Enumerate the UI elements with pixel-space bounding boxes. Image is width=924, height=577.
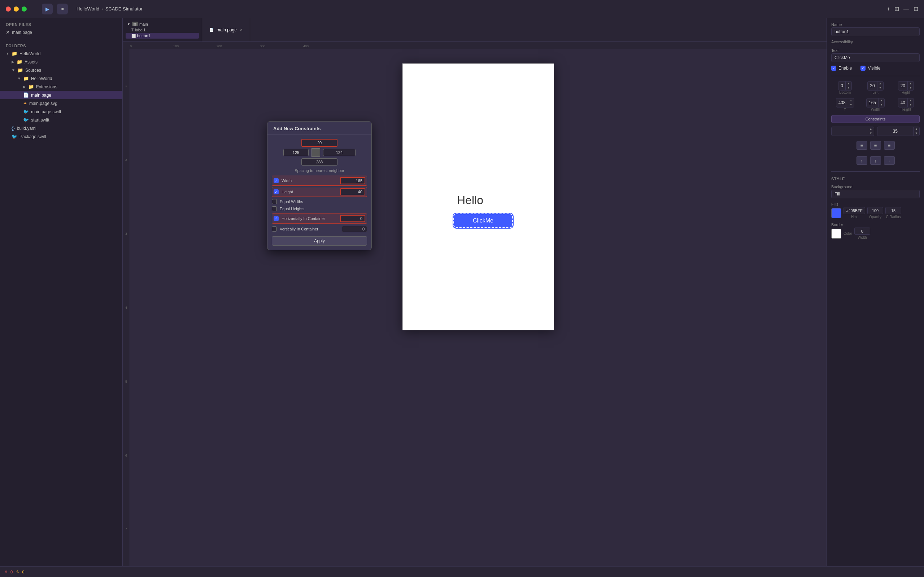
tree-label1-node[interactable]: T label1 — [126, 27, 199, 33]
helloworld-inner-label: HelloWorld — [31, 76, 52, 81]
fill-cradius-group: C.Radius — [885, 207, 901, 219]
enable-checkbox[interactable] — [831, 66, 836, 71]
equal-heights-checkbox[interactable] — [272, 206, 277, 211]
width-stepper[interactable]: ▲ ▼ — [878, 98, 884, 107]
text-input[interactable] — [831, 53, 920, 62]
visible-checkbox[interactable] — [861, 66, 866, 71]
vertically-checkbox[interactable] — [272, 226, 277, 232]
clickme-button[interactable]: ClickMe — [453, 213, 513, 228]
right-stepper[interactable]: ▲ ▼ — [908, 82, 914, 90]
y-decrement[interactable]: ▼ — [848, 103, 854, 107]
height-decrement[interactable]: ▼ — [908, 103, 914, 107]
width-value: 165 — [867, 99, 878, 107]
bottom-increment[interactable]: ▲ — [846, 82, 851, 86]
y-increment[interactable]: ▲ — [848, 98, 854, 103]
sidebar-item-main-svg[interactable]: ✦ main.page.svg — [0, 99, 122, 108]
ruler-v-700: 7 — [125, 527, 127, 531]
row35-stepper[interactable]: ▲ ▼ — [913, 127, 919, 135]
fill-select[interactable]: Fill — [831, 190, 920, 198]
name-input[interactable] — [831, 27, 920, 36]
fill-hex-input[interactable] — [843, 207, 865, 214]
align-bottom-button[interactable]: ↓ — [884, 156, 895, 165]
divider-2 — [831, 171, 920, 172]
warning-icon: ⚠ — [16, 569, 19, 574]
canvas-area[interactable]: Hello ClickMe Add New Constraints — [130, 49, 827, 566]
add-icon[interactable]: + — [887, 6, 890, 12]
background-label: Background — [831, 185, 920, 189]
y-stepper[interactable]: ▲ ▼ — [848, 98, 854, 107]
height-input[interactable] — [340, 188, 365, 195]
extra-increment[interactable]: ▲ — [868, 127, 874, 131]
apply-button[interactable]: Apply — [272, 236, 367, 246]
extra-value — [832, 130, 868, 133]
enable-checkbox-row: Enable — [831, 66, 852, 71]
bottom-spacing-input[interactable] — [301, 158, 338, 166]
height-increment[interactable]: ▲ — [908, 98, 914, 103]
align-left-button[interactable]: ≡ — [856, 141, 867, 150]
right-decrement[interactable]: ▼ — [908, 86, 914, 90]
play-button[interactable]: ▶ — [42, 3, 53, 15]
align-right-button[interactable]: ≡ — [884, 141, 895, 150]
sidebar-item-package-swift[interactable]: 🐦 Package.swift — [0, 132, 122, 141]
y-value: 408 — [836, 99, 848, 107]
left-decrement[interactable]: ▼ — [877, 86, 883, 90]
bottom-stepper[interactable]: ▲ ▼ — [845, 82, 851, 90]
extra-stepper[interactable]: ▲ ▼ — [868, 127, 874, 135]
left-stepper[interactable]: ▲ ▼ — [877, 82, 883, 90]
sidebar-item-close-main[interactable]: ✕ main.page — [0, 28, 122, 36]
horizontally-input[interactable] — [340, 215, 365, 222]
vertically-input[interactable] — [342, 226, 367, 232]
maximize-button[interactable]: + — [22, 6, 27, 11]
ruler-v-100: 1 — [125, 84, 127, 88]
sidebar-item-main-page[interactable]: 📄 main.page — [0, 91, 122, 99]
left-spacing-input[interactable] — [283, 149, 309, 156]
right-field: 20 ▲ ▼ Right — [892, 81, 920, 95]
grid-icon[interactable]: ⊟ — [914, 5, 918, 12]
ruler-mark-400: 400 — [303, 44, 309, 48]
tree-main-node[interactable]: ▼ ▦ main — [126, 21, 199, 27]
extra-decrement[interactable]: ▼ — [868, 131, 874, 135]
right-spacing-input[interactable] — [323, 149, 355, 156]
sidebar-item-start-swift[interactable]: 🐦 start.swift — [0, 116, 122, 124]
fill-opacity-group: Opacity — [867, 207, 883, 219]
layout-icon[interactable]: ⊞ — [894, 5, 899, 12]
width-decrement[interactable]: ▼ — [879, 103, 884, 107]
fill-color-swatch[interactable] — [831, 208, 842, 218]
sidebar-item-build-yaml[interactable]: {} build.yaml — [0, 124, 122, 132]
align-middle-button[interactable]: ↕ — [870, 156, 881, 165]
tab-main-page[interactable]: 📄 main.page ✕ — [202, 18, 250, 42]
sidebar-item-helloworld-inner[interactable]: ▼ 📁 HelloWorld — [0, 74, 122, 82]
constraints-button[interactable]: Constraints — [831, 115, 920, 123]
bottom-decrement[interactable]: ▼ — [846, 86, 851, 90]
horizontally-checkbox[interactable] — [274, 216, 279, 221]
height-checkbox[interactable] — [274, 189, 279, 194]
sidebar-item-helloworld[interactable]: ▼ 📁 HelloWorld — [0, 49, 122, 58]
width-input[interactable] — [340, 177, 365, 184]
border-width-input[interactable] — [855, 227, 870, 235]
sidebar-item-sources[interactable]: ▼ 📁 Sources — [0, 66, 122, 74]
sidebar-icon[interactable]: — — [903, 6, 909, 12]
align-top-button[interactable]: ↑ — [856, 156, 867, 165]
width-checkbox[interactable] — [274, 178, 279, 183]
border-color-swatch[interactable] — [831, 229, 842, 239]
sidebar-item-main-swift[interactable]: 🐦 main.page.swift — [0, 108, 122, 116]
sidebar-item-extensions[interactable]: ▶ 📁 Extensions — [0, 82, 122, 91]
fill-cradius-input[interactable] — [885, 207, 901, 214]
tab-close-icon[interactable]: ✕ — [240, 28, 242, 32]
row35-decrement[interactable]: ▼ — [914, 131, 919, 135]
align-center-button[interactable]: ≡ — [870, 141, 881, 150]
close-button[interactable]: ✕ — [6, 6, 11, 11]
left-increment[interactable]: ▲ — [877, 82, 883, 86]
height-stepper[interactable]: ▲ ▼ — [908, 98, 914, 107]
sidebar-item-assets[interactable]: ▶ 📁 Assets — [0, 58, 122, 66]
row35-increment[interactable]: ▲ — [914, 127, 919, 131]
stop-button[interactable]: ■ — [57, 3, 68, 15]
equal-widths-checkbox[interactable] — [272, 199, 277, 204]
fill-opacity-input[interactable] — [867, 207, 883, 214]
tree-button1-node[interactable]: ⬜ button1 — [126, 33, 199, 39]
right-increment[interactable]: ▲ — [908, 82, 914, 86]
accessibility-section: Accessibility — [831, 40, 920, 45]
width-increment[interactable]: ▲ — [879, 98, 884, 103]
minimize-button[interactable]: − — [14, 6, 19, 11]
top-spacing-input[interactable] — [301, 139, 338, 147]
